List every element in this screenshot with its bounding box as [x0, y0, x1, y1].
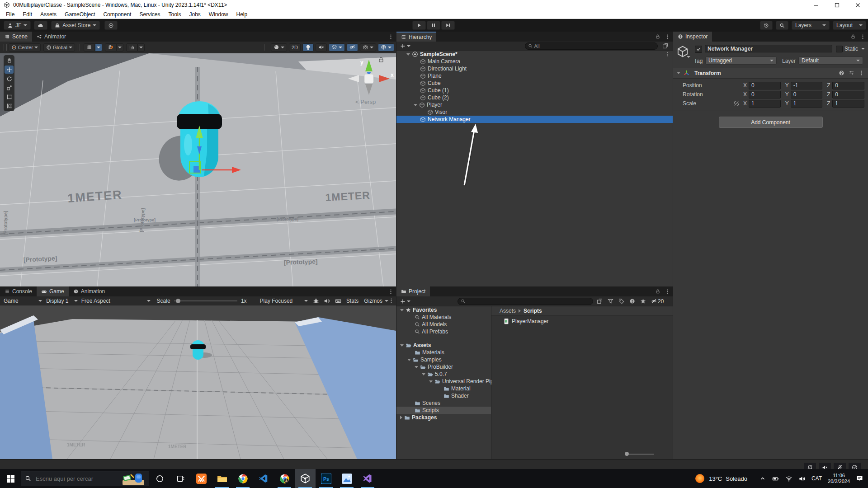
- display-target-dropdown[interactable]: Game: [2, 298, 44, 304]
- tab-inspector[interactable]: Inspector: [673, 32, 712, 42]
- tool-handle-rotation-dropdown[interactable]: Global: [43, 43, 75, 52]
- expander-icon[interactable]: [407, 359, 411, 361]
- kebab-menu-icon[interactable]: [665, 289, 670, 295]
- vscode-icon[interactable]: [253, 469, 274, 488]
- shading-mode-dropdown[interactable]: [271, 43, 287, 52]
- tab-hierarchy[interactable]: Hierarchy: [396, 32, 436, 42]
- scene-viewport[interactable]: 1METER 1METER [Prototype] [Prototype] [P…: [0, 53, 396, 286]
- wifi-icon[interactable]: [785, 475, 793, 482]
- menu-window[interactable]: Window: [205, 10, 232, 19]
- hierarchy-row[interactable]: Visor: [396, 108, 673, 116]
- expander-icon[interactable]: [677, 72, 680, 74]
- expander-icon[interactable]: [422, 373, 425, 375]
- breadcrumb-root[interactable]: Assets: [500, 308, 516, 314]
- tab-console[interactable]: Console: [0, 286, 37, 296]
- layout-dropdown[interactable]: Layout: [833, 21, 866, 30]
- expander-icon[interactable]: [415, 366, 418, 368]
- expander-icon[interactable]: [400, 344, 404, 347]
- hidden-count-toggle[interactable]: 20: [651, 298, 664, 305]
- search-filter-type-icon[interactable]: [608, 298, 613, 304]
- tree-row-favorites[interactable]: Favorites: [396, 306, 491, 314]
- tree-row[interactable]: ProBuilder: [396, 363, 491, 371]
- minimize-button[interactable]: [806, 0, 826, 10]
- rotate-tool-button[interactable]: [5, 75, 14, 83]
- chevron-down-icon[interactable]: [861, 48, 865, 50]
- clock[interactable]: 11:06 20/2/2024: [828, 473, 850, 484]
- photoshop-icon[interactable]: Ps: [316, 469, 336, 488]
- presets-icon[interactable]: [849, 70, 854, 76]
- tree-row[interactable]: Scenes: [396, 399, 491, 407]
- task-view-button[interactable]: [170, 469, 191, 488]
- kebab-menu-icon[interactable]: [388, 298, 394, 304]
- hierarchy-row-player[interactable]: Player: [396, 101, 673, 108]
- grid-snapping-dropdown[interactable]: [116, 43, 123, 52]
- battery-icon[interactable]: [772, 475, 779, 482]
- thumbnail-size-slider[interactable]: [625, 452, 654, 456]
- kebab-menu-icon[interactable]: [388, 34, 394, 40]
- play-button[interactable]: [412, 21, 426, 30]
- chrome-profile-icon[interactable]: [274, 469, 295, 488]
- account-dropdown[interactable]: JF: [4, 21, 31, 30]
- expander-icon[interactable]: [400, 416, 402, 419]
- snap-increment-dropdown[interactable]: [137, 43, 145, 52]
- kebab-menu-icon[interactable]: [665, 52, 670, 57]
- tool-handle-pivot-dropdown[interactable]: Center: [9, 43, 41, 52]
- rect-tool-button[interactable]: [5, 93, 14, 101]
- scale-x-field[interactable]: 1: [749, 100, 781, 108]
- audio-icon[interactable]: [324, 298, 330, 304]
- lock-icon[interactable]: [655, 34, 660, 39]
- tab-animator[interactable]: Animator: [32, 32, 71, 42]
- open-new-window-icon[interactable]: [662, 43, 668, 49]
- keyboard-icon[interactable]: [335, 298, 342, 304]
- scene-camera-dropdown[interactable]: [360, 43, 376, 52]
- hierarchy-row-network-manager[interactable]: Network Manager: [396, 116, 673, 123]
- create-object-dropdown[interactable]: [400, 43, 410, 49]
- tree-row[interactable]: All Models: [396, 321, 491, 328]
- tab-project[interactable]: Project: [396, 286, 430, 296]
- layer-dropdown[interactable]: Default: [798, 56, 863, 65]
- kebab-menu-icon[interactable]: [859, 70, 864, 76]
- gizmos-dropdown[interactable]: Gizmos: [364, 298, 388, 304]
- rotation-z-field[interactable]: 0: [832, 91, 864, 99]
- pause-button[interactable]: [427, 21, 440, 30]
- gizmos-visibility-dropdown[interactable]: [378, 43, 394, 52]
- unity-taskbar-icon[interactable]: [295, 469, 316, 488]
- tab-game[interactable]: Game: [37, 286, 69, 296]
- object-name-field[interactable]: Network Manager: [705, 45, 832, 52]
- volume-icon[interactable]: [798, 475, 806, 482]
- hierarchy-row[interactable]: Cube (1): [396, 87, 673, 94]
- tree-row[interactable]: All Materials: [396, 314, 491, 321]
- hidden-packages-icon[interactable]: [629, 298, 635, 304]
- hidden-objects-button[interactable]: [347, 43, 358, 52]
- position-y-field[interactable]: -1: [791, 82, 823, 89]
- scene-audio-button[interactable]: [316, 43, 327, 52]
- drag-handle[interactable]: [264, 44, 267, 51]
- hierarchy-search[interactable]: [525, 42, 658, 50]
- display-dropdown[interactable]: Display 1: [44, 298, 80, 304]
- photos-icon[interactable]: [336, 469, 357, 488]
- scale-slider-knob[interactable]: [176, 299, 180, 303]
- aspect-ratio-dropdown[interactable]: Free Aspect: [80, 298, 152, 304]
- drag-handle[interactable]: [4, 44, 7, 51]
- stats-button[interactable]: Stats: [346, 298, 359, 304]
- menu-help[interactable]: Help: [232, 10, 252, 19]
- lock-icon[interactable]: [850, 34, 856, 39]
- constrain-proportions-icon[interactable]: [733, 100, 740, 107]
- undo-history-button[interactable]: [760, 21, 773, 30]
- hierarchy-row[interactable]: Plane: [396, 72, 673, 80]
- transform-tool-button[interactable]: [5, 102, 14, 110]
- active-checkbox[interactable]: [695, 46, 702, 53]
- cloud-button[interactable]: [34, 21, 47, 30]
- debug-bug-icon[interactable]: [313, 298, 319, 304]
- rotation-y-field[interactable]: 0: [791, 91, 823, 99]
- hierarchy-row[interactable]: Main Camera: [396, 58, 673, 65]
- thumbnail-size-knob[interactable]: [625, 452, 629, 456]
- 2d-mode-button[interactable]: 2D: [289, 43, 301, 52]
- tree-row-scripts[interactable]: Scripts: [396, 407, 491, 414]
- tab-animation[interactable]: Animation: [69, 286, 109, 296]
- add-component-button[interactable]: Add Component: [719, 117, 823, 128]
- menu-gameobject[interactable]: GameObject: [61, 10, 99, 19]
- step-button[interactable]: [441, 21, 455, 30]
- persp-label[interactable]: < Persp: [355, 99, 376, 105]
- taskbar-search-input[interactable]: [35, 475, 118, 483]
